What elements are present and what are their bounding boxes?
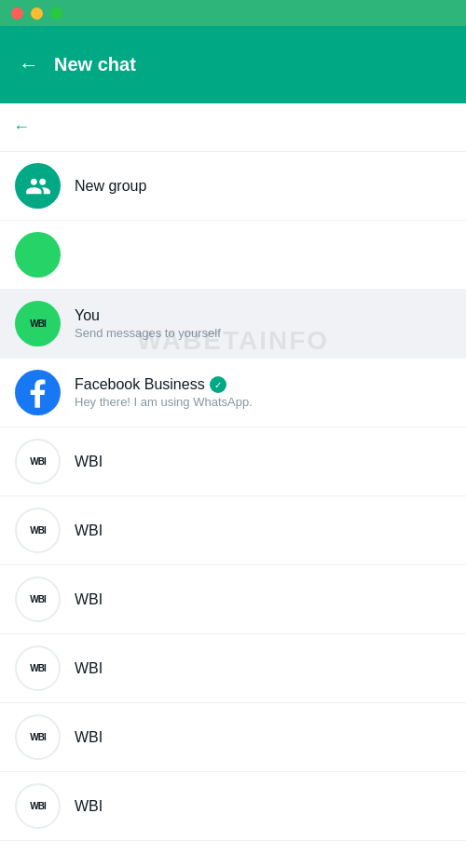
wbi5-name: WBI (75, 729, 451, 746)
new-group-name: New group (75, 178, 451, 195)
wbi5-info: WBI (75, 729, 451, 746)
fb-sub: Hey there! I am using WhatsApp. (75, 395, 451, 409)
you-name: You (75, 307, 451, 324)
new-contact-avatar (15, 232, 61, 278)
traffic-light-yellow[interactable] (31, 7, 43, 20)
wbi3-info: WBI (75, 591, 451, 608)
traffic-light-red[interactable] (11, 7, 23, 20)
new-group-avatar (15, 163, 61, 209)
wbi4-avatar: WBI (15, 645, 61, 691)
page-title: New chat (54, 54, 136, 75)
contact-wbi2-item[interactable]: WBI WBI (0, 496, 466, 565)
title-bar (0, 0, 466, 26)
wbi1-avatar: WBI (15, 439, 61, 484)
wbi5-avatar: WBI (15, 714, 61, 760)
wbi6-name: WBI (75, 798, 451, 815)
you-avatar: WBI (15, 301, 61, 346)
wbi1-name: WBI (75, 454, 451, 470)
contact-fb-item[interactable]: Facebook Business ✓ Hey there! I am usin… (0, 359, 466, 427)
contact-wbi4-item[interactable]: WBI WBI (0, 634, 466, 703)
wbi1-info: WBI (75, 454, 451, 470)
wbi2-avatar: WBI (15, 508, 61, 553)
contact-wbi3-item[interactable]: WBI WBI (0, 565, 466, 634)
wbi3-name: WBI (75, 591, 451, 608)
search-bar: ← (0, 103, 466, 152)
wbi6-info: WBI (75, 798, 451, 815)
fb-info: Facebook Business ✓ Hey there! I am usin… (75, 376, 451, 409)
fb-name: Facebook Business ✓ (75, 376, 451, 393)
search-back-button[interactable]: ← (13, 117, 30, 137)
search-input[interactable] (39, 119, 453, 135)
wbi3-avatar: WBI (15, 576, 61, 622)
you-avatar-label: WBI (30, 319, 45, 329)
verified-badge: ✓ (210, 376, 226, 393)
wbi4-name: WBI (75, 660, 451, 677)
header-back-button[interactable]: ← (19, 53, 39, 77)
group-icon (25, 173, 51, 199)
wbi6-avatar: WBI (15, 783, 61, 829)
facebook-icon (23, 378, 53, 408)
contact-list: New group WBI You Send messages to yours… (0, 152, 466, 868)
contact-you-item[interactable]: WBI You Send messages to yourself (0, 290, 466, 359)
header: ← New chat (0, 26, 466, 103)
contact-wbi6-item[interactable]: WBI WBI (0, 772, 466, 841)
new-contact-item[interactable] (0, 221, 466, 290)
new-group-info: New group (75, 178, 451, 195)
fb-avatar (15, 370, 61, 415)
wbi4-info: WBI (75, 660, 451, 677)
traffic-light-green[interactable] (50, 7, 62, 20)
you-info: You Send messages to yourself (75, 307, 451, 340)
new-group-item[interactable]: New group (0, 152, 466, 221)
wbi2-name: WBI (75, 522, 451, 539)
you-sub: Send messages to yourself (75, 326, 451, 340)
contact-wbi1-item[interactable]: WBI WBI (0, 427, 466, 496)
wbi2-info: WBI (75, 522, 451, 539)
contact-wbi5-item[interactable]: WBI WBI (0, 703, 466, 772)
